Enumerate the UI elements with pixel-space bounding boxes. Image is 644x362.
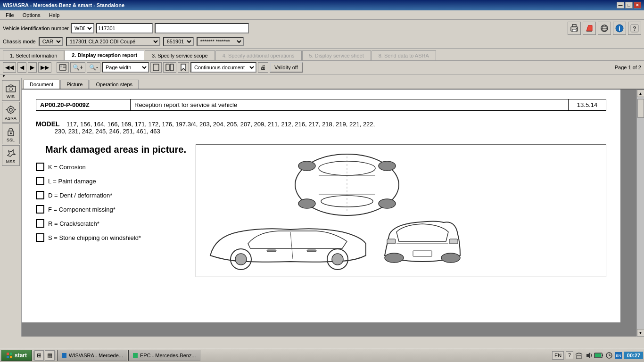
svg-rect-49 <box>307 250 316 252</box>
globe-icon[interactable] <box>598 22 611 35</box>
sidebar-asra[interactable]: ASRA <box>2 102 20 123</box>
damage-heading: Mark damaged areas in picture. <box>45 144 186 155</box>
sidebar-wis-label: WIS <box>7 94 15 99</box>
car-diagram <box>196 144 606 277</box>
tab-send-asra: 8. Send data to ASRA <box>372 50 436 60</box>
svg-rect-55 <box>413 251 432 256</box>
sidebar-mss[interactable]: MSS <box>2 145 20 166</box>
minimize-button[interactable]: — <box>617 2 624 8</box>
damage-item-k: K = Corrosion <box>36 163 186 171</box>
svg-point-3 <box>576 28 577 29</box>
chassis-model-select[interactable]: 117301 CLA 200 CDI Coupé <box>66 37 160 46</box>
help-icon[interactable]: ? <box>628 22 641 35</box>
svg-rect-58 <box>7 356 9 358</box>
sidebar-wis[interactable]: WIS <box>2 80 20 101</box>
damage-label-l: L = Paint damage <box>48 178 96 185</box>
vin-suffix-input[interactable] <box>155 23 249 33</box>
doc-content[interactable]: AP00.20-P-0009Z Reception report for ser… <box>22 90 636 322</box>
tab-display-reception[interactable]: 2. Display reception report <box>65 50 144 60</box>
scroll-up-btn[interactable]: ▲ <box>637 90 644 97</box>
eraser-icon[interactable] <box>583 22 596 35</box>
doc-title: Reception report for service at vehicle <box>131 99 569 111</box>
svg-rect-62 <box>577 355 581 359</box>
svg-point-44 <box>235 254 247 265</box>
tab-specify-scope[interactable]: 3. Specify service scope <box>145 50 215 60</box>
chassis-engine-select[interactable]: 651901 <box>163 37 194 46</box>
model-label: MODEL <box>36 120 60 128</box>
svg-rect-1 <box>572 25 576 27</box>
close-button[interactable]: ✕ <box>634 2 641 8</box>
tab-operation-steps[interactable]: Operation steps <box>90 80 139 89</box>
zoom-in-btn[interactable]: 🔍+ <box>70 62 85 73</box>
checkbox-r[interactable] <box>36 219 44 228</box>
volume-tray-icon <box>585 352 592 359</box>
bookmark-btn[interactable] <box>178 62 189 73</box>
start-button[interactable]: start <box>1 350 32 361</box>
menu-help[interactable]: Help <box>45 11 64 19</box>
chassis-vin-select[interactable]: ******* ******* <box>197 37 244 46</box>
svg-rect-60 <box>62 353 66 358</box>
svg-rect-2 <box>572 29 576 32</box>
print-toolbar-btn[interactable]: 🖨 <box>258 62 268 73</box>
page-double-btn[interactable] <box>163 62 176 73</box>
chassis-row: Chassis mode CAR 117301 CLA 200 CDI Coup… <box>3 37 641 46</box>
sidebar-ssl-label: SSL <box>7 138 15 142</box>
validity-button[interactable]: Validity off <box>270 62 303 73</box>
zoom-out-btn[interactable]: 🔍- <box>87 62 100 73</box>
left-sidebar: WIS ASRA SSL MSS <box>0 78 22 337</box>
nav-first-btn[interactable]: ◀◀ <box>3 62 16 73</box>
svg-point-46 <box>332 254 343 265</box>
vin-number-input[interactable] <box>96 23 153 33</box>
svg-rect-16 <box>60 66 62 67</box>
info-icon[interactable]: i <box>613 22 626 35</box>
checkbox-s[interactable] <box>36 233 44 242</box>
checkbox-f[interactable] <box>36 205 44 214</box>
tab-specify-ops: 4. Specify additional operations <box>215 50 302 60</box>
page-single-btn[interactable] <box>150 62 162 73</box>
svg-rect-59 <box>10 356 12 358</box>
main-area: WIS ASRA SSL MSS Document Picture Operat… <box>0 78 644 337</box>
document-mode-select[interactable]: Continuous document <box>190 62 256 73</box>
maximize-button[interactable]: □ <box>625 2 633 8</box>
checkbox-k[interactable] <box>36 163 44 171</box>
flag-icon: EN <box>615 352 622 359</box>
doc-id: AP00.20-P-0009Z <box>36 99 131 111</box>
tab-picture[interactable]: Picture <box>60 80 89 89</box>
checkbox-l[interactable] <box>36 177 44 185</box>
nav-prev-btn[interactable]: ◀ <box>17 62 26 73</box>
scroll-down-btn[interactable]: ▼ <box>637 329 644 337</box>
chassis-mode-select[interactable]: CAR <box>39 37 63 46</box>
svg-point-26 <box>9 108 12 111</box>
vin-prefix-select[interactable]: WDB <box>71 23 94 33</box>
tab-document[interactable]: Document <box>24 80 59 89</box>
svg-text:EN: EN <box>616 354 621 358</box>
menu-options[interactable]: Options <box>19 11 44 19</box>
svg-point-24 <box>9 88 13 90</box>
view-photo-btn[interactable] <box>57 62 69 73</box>
print-icon[interactable] <box>568 22 581 35</box>
step-tabs: 1. Select information 2. Display recepti… <box>0 49 644 61</box>
scroll-thumb[interactable] <box>637 99 644 118</box>
taskbar: start ⊞ ▦ WIS/ASRA - Mercede... EPC - Me… <box>0 348 644 362</box>
tab-display-sheet: 5. Display service sheet <box>302 50 371 60</box>
sidebar-ssl[interactable]: SSL <box>2 123 20 144</box>
scroll-track[interactable] <box>637 97 644 329</box>
damage-label-f: F = Component missing* <box>48 206 116 213</box>
nav-next-btn[interactable]: ▶ <box>28 62 37 73</box>
tab-select-info[interactable]: 1. Select information <box>3 50 64 60</box>
svg-rect-21 <box>170 64 173 71</box>
checkbox-d[interactable] <box>36 191 44 199</box>
nav-last-btn[interactable]: ▶▶ <box>38 62 51 73</box>
battery-tray-icon <box>594 352 603 359</box>
title-bar: WIS/ASRA - Mercedes-Benz & smart - Stand… <box>0 0 644 10</box>
quick-launch-btn2[interactable]: ▦ <box>45 350 55 361</box>
taskbar-app-epc[interactable]: EPC - Mercedes-Benz... <box>128 350 200 361</box>
menu-file[interactable]: File <box>2 11 18 19</box>
taskbar-sep1 <box>33 351 33 360</box>
svg-rect-64 <box>602 354 603 356</box>
taskbar-app-wis[interactable]: WIS/ASRA - Mercede... <box>57 350 127 361</box>
quick-launch-btn[interactable]: ⊞ <box>34 350 44 361</box>
damage-list: Mark damaged areas in picture. K = Corro… <box>36 144 186 277</box>
damage-label-s: S = Stone chipping on windshield* <box>48 234 141 241</box>
page-width-select[interactable]: Page width <box>102 62 149 73</box>
